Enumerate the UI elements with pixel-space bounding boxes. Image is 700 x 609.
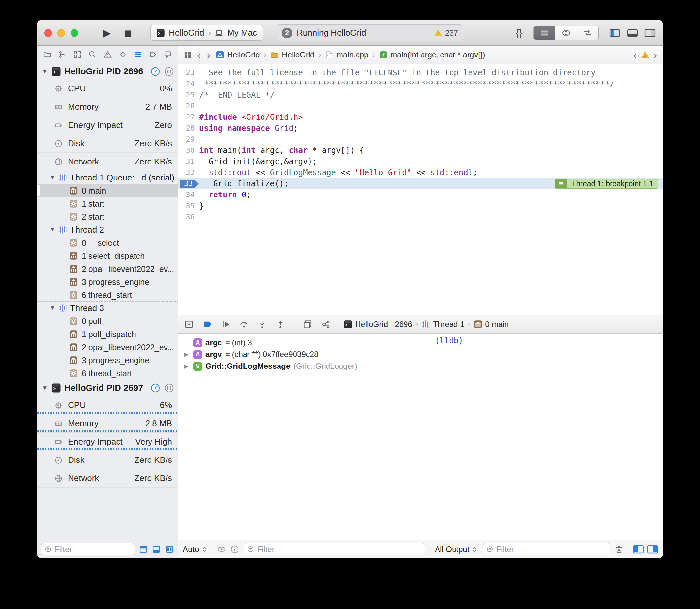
tab-tests[interactable] bbox=[119, 50, 127, 59]
code-text[interactable]: See the full license in the file "LICENS… bbox=[199, 67, 663, 78]
stack-frame-row[interactable]: 6 thread_start bbox=[37, 367, 178, 380]
code-line[interactable]: 29 bbox=[178, 134, 663, 145]
debug-breadcrumb-item-0[interactable]: HelloGrid - 2696 bbox=[344, 320, 412, 329]
stack-frame-row[interactable]: 3 progress_engine bbox=[37, 354, 178, 367]
memory-graph-button[interactable] bbox=[321, 319, 331, 329]
stack-frame-row[interactable]: 1 start bbox=[37, 197, 178, 210]
view-mode-option-2-icon[interactable] bbox=[152, 545, 161, 554]
line-number[interactable]: 23 bbox=[178, 67, 199, 78]
jumpbar-item-0[interactable]: HelloGrid bbox=[216, 50, 260, 59]
console-filter-input[interactable] bbox=[496, 545, 607, 554]
hide-debug-area-button[interactable] bbox=[184, 319, 194, 329]
code-text[interactable]: ****************************************… bbox=[199, 78, 663, 89]
view-mode-option-1-icon[interactable] bbox=[139, 545, 148, 554]
line-number[interactable]: 34 bbox=[178, 189, 199, 201]
gauge-row[interactable]: Memory2.7 MB bbox=[37, 98, 178, 116]
forward-button[interactable]: › bbox=[206, 49, 211, 60]
tab-symbols[interactable] bbox=[73, 50, 82, 59]
tab-project-navigator[interactable] bbox=[43, 50, 52, 59]
gauge-row[interactable]: NetworkZero KB/s bbox=[37, 469, 178, 488]
toggle-debug-area-button[interactable] bbox=[627, 29, 638, 37]
code-text[interactable]: using namespace Grid; bbox=[199, 123, 663, 134]
stack-frame-row[interactable]: 0 main bbox=[37, 184, 178, 197]
line-number[interactable]: 32 bbox=[178, 167, 199, 178]
related-items-icon[interactable] bbox=[184, 51, 192, 59]
code-text[interactable]: return 0; bbox=[199, 189, 663, 201]
tab-issues[interactable] bbox=[103, 50, 112, 59]
disclosure-triangle[interactable]: ▶ bbox=[183, 363, 190, 370]
version-editor-button[interactable] bbox=[577, 26, 598, 40]
code-text[interactable]: Grid_init(&argc,&argv); bbox=[199, 156, 663, 167]
warning-count-badge[interactable]: 237 bbox=[434, 29, 458, 37]
disclosure-triangle[interactable]: ▼ bbox=[50, 305, 55, 311]
code-line[interactable]: 26 bbox=[178, 101, 663, 111]
code-text[interactable]: #include <Grid/Grid.h> bbox=[199, 111, 663, 123]
toggle-variables-view-button[interactable] bbox=[633, 545, 644, 554]
profile-gauge-button[interactable] bbox=[151, 67, 160, 76]
gauge-row[interactable]: DiskZero KB/s bbox=[37, 135, 178, 153]
stack-frame-row[interactable]: 2 opal_libevent2022_ev... bbox=[37, 262, 178, 276]
tab-breakpoints[interactable] bbox=[149, 50, 157, 59]
line-number[interactable]: 35 bbox=[178, 201, 199, 211]
gauge-row[interactable]: Energy ImpactVery High bbox=[37, 433, 178, 451]
line-number[interactable]: 24 bbox=[178, 78, 199, 89]
variable-row[interactable]: ▶VGrid::GridLogMessage(Grid::GridLogger) bbox=[178, 360, 430, 372]
code-line[interactable]: 33 Grid_finalize();Thread 1: breakpoint … bbox=[178, 178, 663, 189]
trash-icon[interactable] bbox=[615, 545, 623, 554]
thread-row[interactable]: ▼Thread 1 Queue:...d (serial) bbox=[37, 171, 178, 184]
line-number[interactable]: 31 bbox=[178, 156, 199, 167]
stack-frame-row[interactable]: 0 poll bbox=[37, 315, 178, 328]
close-button[interactable] bbox=[45, 29, 52, 37]
pause-columns-button[interactable] bbox=[164, 67, 174, 76]
standard-editor-button[interactable] bbox=[534, 26, 556, 40]
code-text[interactable]: /* END LEGAL */ bbox=[199, 89, 663, 101]
toggle-console-view-button[interactable] bbox=[647, 545, 658, 554]
jumpbar-item-2[interactable]: c+main.cpp bbox=[325, 50, 368, 59]
scheme-selector[interactable]: HelloGrid › My Mac bbox=[150, 25, 263, 41]
variable-row[interactable]: Aargc= (int) 3 bbox=[178, 337, 430, 349]
jumpbar-item-1[interactable]: HelloGrid bbox=[270, 50, 314, 59]
code-text[interactable] bbox=[199, 211, 663, 223]
process-row[interactable]: ▼HelloGrid PID 2696 bbox=[37, 63, 178, 80]
thread-row[interactable]: ▼Thread 3 bbox=[37, 301, 178, 315]
line-number[interactable]: 27 bbox=[178, 111, 199, 123]
disclosure-triangle[interactable]: ▼ bbox=[42, 68, 48, 75]
step-into-button[interactable] bbox=[257, 319, 267, 329]
stack-frame-row[interactable]: 0 __select bbox=[37, 236, 178, 249]
code-text[interactable]: } bbox=[199, 201, 663, 211]
variable-row[interactable]: ▶Aargv= (char **) 0x7ffee9039c28 bbox=[178, 349, 430, 360]
tab-debug-navigator-selected[interactable] bbox=[134, 50, 142, 59]
minimize-button[interactable] bbox=[57, 29, 65, 37]
tab-reports[interactable] bbox=[164, 50, 172, 59]
code-text[interactable]: std::cout << GridLogMessage << "Hello Gr… bbox=[199, 167, 663, 178]
code-line[interactable]: 27#include <Grid/Grid.h> bbox=[178, 111, 663, 123]
stack-frame-row[interactable]: 3 progress_engine bbox=[37, 276, 178, 289]
debug-breadcrumb-item-1[interactable]: Thread 1 bbox=[422, 320, 464, 329]
variables-scope-popup[interactable]: Auto bbox=[183, 545, 208, 554]
process-row[interactable]: ▼HelloGrid PID 2697 bbox=[37, 380, 178, 396]
line-number-gutter[interactable]: 33 bbox=[178, 178, 204, 189]
tab-source-control[interactable] bbox=[58, 50, 67, 59]
zoom-button[interactable] bbox=[70, 29, 78, 37]
line-number[interactable]: 29 bbox=[178, 134, 199, 145]
console-output-popup[interactable]: All Output bbox=[435, 545, 478, 554]
disclosure-triangle[interactable]: ▼ bbox=[42, 384, 48, 392]
line-number[interactable]: 28 bbox=[178, 123, 199, 134]
activate-breakpoints-button[interactable] bbox=[202, 319, 212, 329]
pause-columns-button[interactable] bbox=[164, 383, 174, 393]
variables-filter-field[interactable] bbox=[243, 543, 425, 556]
gauge-row[interactable]: NetworkZero KB/s bbox=[37, 153, 178, 171]
stack-frame-row[interactable]: 2 start bbox=[37, 210, 178, 223]
line-number[interactable]: 30 bbox=[178, 145, 199, 156]
code-line[interactable]: 25/* END LEGAL */ bbox=[178, 89, 663, 101]
console-filter-field[interactable] bbox=[483, 543, 610, 556]
code-snippets-button[interactable]: {} bbox=[513, 28, 526, 38]
debug-breadcrumb-item-2[interactable]: 0 main bbox=[474, 320, 509, 329]
code-line[interactable]: 28using namespace Grid; bbox=[178, 123, 663, 134]
code-text[interactable] bbox=[199, 101, 663, 111]
disclosure-triangle[interactable]: ▼ bbox=[50, 174, 55, 181]
stop-button[interactable]: ◼ bbox=[118, 27, 138, 38]
code-line[interactable]: 32 std::cout << GridLogMessage << "Hello… bbox=[178, 167, 663, 178]
stack-frame-row[interactable]: 2 opal_libevent2022_ev... bbox=[37, 341, 178, 354]
code-line[interactable]: 23 See the full license in the file "LIC… bbox=[178, 67, 663, 78]
